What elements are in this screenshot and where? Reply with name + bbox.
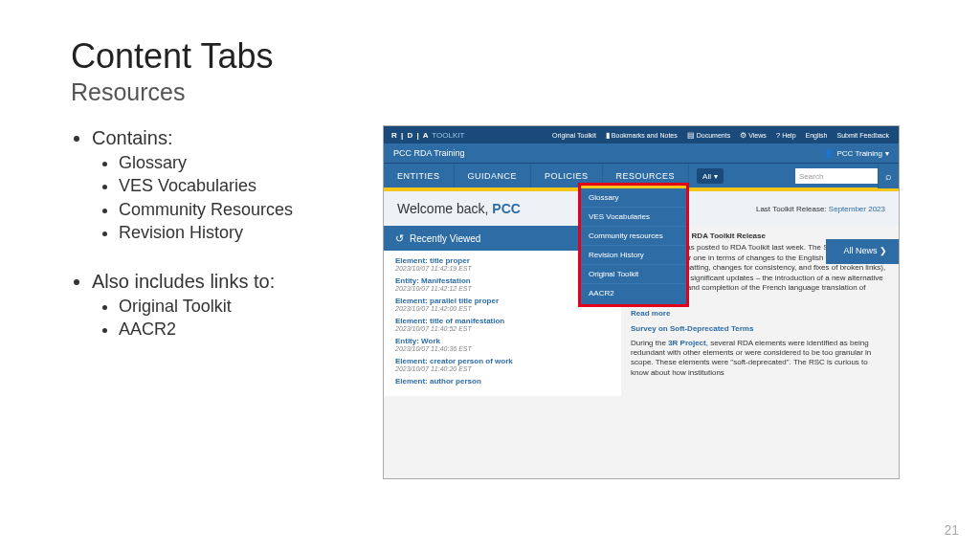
bullet-item: AACR2 bbox=[119, 318, 358, 341]
chevron-down-icon: ▾ bbox=[714, 172, 718, 181]
bullet-heading-2: Also includes links to: bbox=[92, 271, 275, 292]
nav-tab-entities[interactable]: ENTITIES bbox=[384, 164, 455, 187]
breadcrumb: PCC RDA Training bbox=[393, 148, 465, 158]
search-icon: ⌕ bbox=[885, 170, 892, 182]
3r-project-link[interactable]: 3R Project bbox=[668, 339, 706, 347]
page-number: 21 bbox=[944, 522, 959, 538]
resources-dropdown: Glossary VES Vocabularies Community reso… bbox=[578, 183, 689, 307]
bullet-heading-1: Contains: bbox=[92, 127, 173, 148]
dropdown-item-glossary[interactable]: Glossary bbox=[581, 188, 686, 208]
breadcrumb-bar: PCC RDA Training 👤PCC Training▾ bbox=[384, 143, 899, 163]
top-link[interactable]: English bbox=[806, 132, 828, 139]
all-selector[interactable]: All▾ bbox=[697, 168, 724, 184]
slide-subtitle: Resources bbox=[71, 78, 919, 106]
help-icon: ? bbox=[776, 131, 780, 140]
news-header[interactable]: All News ❯ bbox=[826, 239, 899, 264]
bullet-item: Revision History bbox=[119, 221, 358, 244]
top-link[interactable]: ▤Documents bbox=[687, 131, 730, 140]
screenshot: R | D | A TOOLKIT Original Toolkit ▮Book… bbox=[383, 125, 900, 479]
top-link[interactable]: ?Help bbox=[776, 131, 796, 140]
recent-item[interactable]: Element: title of manifestation2023/10/0… bbox=[395, 317, 610, 332]
recent-item[interactable]: Element: author person bbox=[395, 377, 610, 386]
dropdown-item-original[interactable]: Original Toolkit bbox=[581, 265, 686, 284]
dropdown-item-revision[interactable]: Revision History bbox=[581, 246, 686, 265]
user-menu[interactable]: 👤PCC Training▾ bbox=[824, 149, 889, 158]
bullet-item: VES Vocabularies bbox=[119, 174, 358, 197]
dropdown-item-ves[interactable]: VES Vocabularies bbox=[581, 208, 686, 227]
gear-icon: ⚙ bbox=[740, 131, 746, 140]
nav-tab-guidance[interactable]: GUIDANCE bbox=[455, 164, 532, 187]
logo: R | D | A TOOLKIT bbox=[384, 131, 464, 140]
bullet-item: Glossary bbox=[119, 151, 358, 174]
documents-icon: ▤ bbox=[687, 131, 695, 140]
search-button[interactable]: ⌕ bbox=[878, 164, 899, 188]
read-more-link[interactable]: Read more bbox=[631, 309, 887, 319]
top-bar: R | D | A TOOLKIT Original Toolkit ▮Book… bbox=[384, 126, 899, 143]
news-subtitle: Survey on Soft-Deprecated Terms bbox=[631, 324, 887, 334]
clock-icon: ↺ bbox=[395, 232, 404, 245]
chevron-down-icon: ▾ bbox=[885, 149, 889, 158]
bookmark-icon: ▮ bbox=[606, 131, 610, 140]
top-link[interactable]: Original Toolkit bbox=[552, 132, 596, 139]
top-link[interactable]: ⚙Views bbox=[740, 131, 767, 140]
top-link[interactable]: ▮Bookmarks and Notes bbox=[606, 131, 678, 140]
recent-item[interactable]: Element: creator person of work2023/10/0… bbox=[395, 357, 610, 372]
dropdown-item-aacr2[interactable]: AACR2 bbox=[581, 284, 686, 304]
top-links: Original Toolkit ▮Bookmarks and Notes ▤D… bbox=[552, 131, 899, 140]
top-link[interactable]: Submit Feedback bbox=[837, 132, 889, 139]
recent-item[interactable]: Entity: Work2023/10/07 11:40:36 EST bbox=[395, 337, 610, 352]
bullet-item: Original Toolkit bbox=[119, 295, 358, 318]
slide-title: Content Tabs bbox=[71, 36, 919, 77]
bullet-column: Contains: Glossary VES Vocabularies Comm… bbox=[71, 125, 358, 479]
release-info: Last Toolkit Release: September 2023 bbox=[756, 205, 885, 213]
dropdown-item-community[interactable]: Community resources bbox=[581, 227, 686, 246]
user-icon: 👤 bbox=[824, 149, 834, 158]
news-subbody: During the 3R Project, several RDA eleme… bbox=[631, 339, 887, 379]
search-input[interactable]: Search bbox=[795, 168, 878, 184]
welcome-text: Welcome back, PCC bbox=[397, 201, 521, 216]
bullet-item: Community Resources bbox=[119, 198, 358, 221]
